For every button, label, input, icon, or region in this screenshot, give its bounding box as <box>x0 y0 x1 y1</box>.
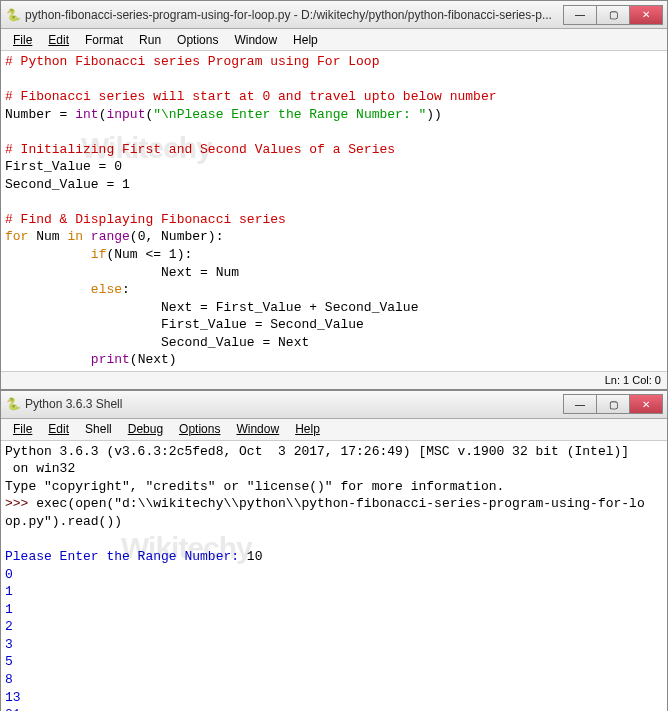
code-token: )) <box>426 107 442 122</box>
menu-format[interactable]: Format <box>77 31 131 49</box>
minimize-button[interactable]: — <box>563 394 597 414</box>
menu-help[interactable]: Help <box>287 420 328 438</box>
code-token: Num <box>28 229 67 244</box>
editor-title: python-fibonacci-series-program-using-fo… <box>25 8 564 22</box>
code-token: for <box>5 229 28 244</box>
menu-shell[interactable]: Shell <box>77 420 120 438</box>
code-token: (Num <= 1): <box>106 247 192 262</box>
menu-options[interactable]: Options <box>171 420 228 438</box>
shell-window: 🐍 Python 3.6.3 Shell — ▢ ✕ File Edit She… <box>0 390 668 711</box>
code-token: Number = <box>5 107 75 122</box>
shell-output-line: 5 <box>5 654 13 669</box>
shell-exec: exec(open("d:\\wikitechy\\python\\python… <box>5 496 645 529</box>
shell-input-value: 10 <box>247 549 263 564</box>
code-token: input <box>106 107 145 122</box>
editor-statusbar: Ln: 1 Col: 0 <box>1 371 667 389</box>
code-token: if <box>91 247 107 262</box>
code-line: First_Value = Second_Value <box>5 317 364 332</box>
shell-output-line: 1 <box>5 584 13 599</box>
editor-window: 🐍 python-fibonacci-series-program-using-… <box>0 0 668 390</box>
shell-output-line: 2 <box>5 619 13 634</box>
code-token: else <box>91 282 122 297</box>
code-token: range <box>91 229 130 244</box>
menu-run[interactable]: Run <box>131 31 169 49</box>
code-line: First_Value = 0 <box>5 159 122 174</box>
shell-banner: Type "copyright", "credits" or "license(… <box>5 479 504 494</box>
minimize-button[interactable]: — <box>563 5 597 25</box>
code-token: (0, Number): <box>130 229 224 244</box>
menu-help[interactable]: Help <box>285 31 326 49</box>
maximize-button[interactable]: ▢ <box>596 5 630 25</box>
code-token <box>5 352 91 367</box>
shell-output-line: 8 <box>5 672 13 687</box>
shell-input-prompt: Please Enter the Range Number: <box>5 549 247 564</box>
shell-output-line: 13 <box>5 690 21 705</box>
code-line: Second_Value = Next <box>5 335 309 350</box>
code-line: # Fibonacci series will start at 0 and t… <box>5 89 496 104</box>
code-token: print <box>91 352 130 367</box>
close-button[interactable]: ✕ <box>629 5 663 25</box>
code-token: : <box>122 282 130 297</box>
code-line: Next = First_Value + Second_Value <box>5 300 418 315</box>
menu-file[interactable]: File <box>5 420 40 438</box>
menu-window[interactable]: Window <box>228 420 287 438</box>
code-token <box>5 282 91 297</box>
shell-window-buttons: — ▢ ✕ <box>564 394 663 414</box>
shell-output-area[interactable]: Python 3.6.3 (v3.6.3:2c5fed8, Oct 3 2017… <box>1 441 667 711</box>
code-line: Second_Value = 1 <box>5 177 130 192</box>
code-token: "\nPlease Enter the Range Number: " <box>153 107 426 122</box>
shell-title: Python 3.6.3 Shell <box>25 397 564 411</box>
code-line: Next = Num <box>5 265 239 280</box>
menu-options[interactable]: Options <box>169 31 226 49</box>
code-token: int <box>75 107 98 122</box>
shell-output-line: 0 <box>5 567 13 582</box>
code-token <box>5 247 91 262</box>
menu-edit[interactable]: Edit <box>40 31 77 49</box>
code-token: (Next) <box>130 352 177 367</box>
python-icon: 🐍 <box>5 396 21 412</box>
menu-file[interactable]: File <box>5 31 40 49</box>
menu-edit[interactable]: Edit <box>40 420 77 438</box>
menu-window[interactable]: Window <box>226 31 285 49</box>
shell-output-line: 21 <box>5 707 21 711</box>
code-line: # Initializing First and Second Values o… <box>5 142 395 157</box>
editor-menubar: File Edit Format Run Options Window Help <box>1 29 667 51</box>
maximize-button[interactable]: ▢ <box>596 394 630 414</box>
code-line: # Find & Displaying Fibonacci series <box>5 212 286 227</box>
cursor-position: Ln: 1 Col: 0 <box>605 374 661 386</box>
shell-output-line: 1 <box>5 602 13 617</box>
editor-window-buttons: — ▢ ✕ <box>564 5 663 25</box>
code-token: in <box>67 229 83 244</box>
menu-debug[interactable]: Debug <box>120 420 171 438</box>
shell-banner: Python 3.6.3 (v3.6.3:2c5fed8, Oct 3 2017… <box>5 444 629 477</box>
shell-prompt: >>> <box>5 496 36 511</box>
shell-menubar: File Edit Shell Debug Options Window Hel… <box>1 419 667 441</box>
python-icon: 🐍 <box>5 7 21 23</box>
shell-output-line: 3 <box>5 637 13 652</box>
close-button[interactable]: ✕ <box>629 394 663 414</box>
editor-code-area[interactable]: # Python Fibonacci series Program using … <box>1 51 667 371</box>
code-token <box>83 229 91 244</box>
editor-titlebar[interactable]: 🐍 python-fibonacci-series-program-using-… <box>1 1 667 29</box>
code-line: # Python Fibonacci series Program using … <box>5 54 379 69</box>
shell-titlebar[interactable]: 🐍 Python 3.6.3 Shell — ▢ ✕ <box>1 391 667 419</box>
